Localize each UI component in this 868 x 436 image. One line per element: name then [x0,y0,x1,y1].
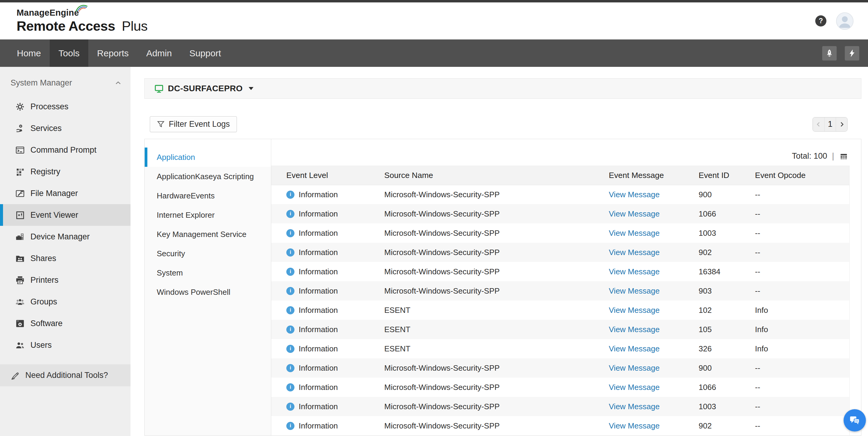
log-type-item[interactable]: Security [145,244,271,263]
column-chooser-button[interactable] [839,153,848,161]
nav-tab[interactable]: Home [8,39,50,67]
log-type-item[interactable]: Key Management Service [145,225,271,244]
source-name: Microsoft-Windows-Security-SPP [384,358,609,377]
sidebar-item[interactable]: Device Manager [0,226,130,247]
device-selector[interactable]: DC-SURFACEPRO [144,78,861,99]
sidebar-item[interactable]: Groups [0,291,130,312]
sidebar-item[interactable]: Software [0,312,130,334]
event-level: Information [299,402,338,411]
view-message-link[interactable]: View Message [609,325,660,334]
main-nav: Home Tools Reports Admin Support [0,39,868,67]
event-opcode: Info [755,320,849,339]
event-level: Information [299,267,338,276]
nav-tab[interactable]: Tools [50,39,88,67]
sidebar-item-label: Groups [30,297,57,306]
log-type-item[interactable]: Windows PowerShell [145,282,271,302]
rocket-button[interactable] [822,46,837,61]
event-level: Information [299,421,338,431]
user-avatar[interactable] [836,12,854,30]
view-message-link[interactable]: View Message [609,306,660,315]
sidebar-section-system-manager[interactable]: System Manager [0,67,130,88]
main-content: DC-SURFACEPRO Filter Event Logs [130,67,868,436]
event-level: Information [299,287,338,296]
chat-button[interactable] [844,409,866,432]
log-type-label: System [157,268,183,278]
sidebar-item[interactable]: Registry [0,161,130,182]
view-message-link[interactable]: View Message [609,209,660,218]
view-message-link[interactable]: View Message [609,402,660,411]
nav-tab-label: Support [189,48,221,59]
nav-tab[interactable]: Reports [88,39,137,67]
event-id: 1003 [699,397,755,416]
chevron-left-icon [815,121,822,128]
sidebar-item[interactable]: File Manager [0,182,130,204]
view-message-link[interactable]: View Message [609,344,660,353]
logo-swoosh-icon [75,4,88,12]
sidebar-item[interactable]: Shares [0,247,130,269]
table-header-row: Event Level Source Name Event Message Ev… [271,166,849,185]
event-opcode: -- [755,358,849,377]
log-type-item[interactable]: Application [145,147,271,167]
nav-tab[interactable]: Admin [137,39,181,67]
software-icon [15,318,25,329]
chevron-right-icon [838,121,845,128]
prev-page-button[interactable] [813,118,824,131]
view-message-link[interactable]: View Message [609,421,660,430]
printers-icon [15,275,25,285]
brand-logo: ManageEngine Remote Access Plus [17,8,148,34]
event-id: 900 [699,358,755,377]
nav-tab-label: Admin [146,48,172,59]
sidebar-item[interactable]: Processes [0,96,130,118]
event-id: 1003 [699,224,755,243]
nav-tab[interactable]: Support [181,39,230,67]
event-level: Information [299,190,338,199]
sidebar-item[interactable]: Users [0,334,130,356]
column-header: Source Name [384,166,609,185]
event-row: i Information Microsoft-Windows-Security… [271,224,849,243]
sidebar-item[interactable]: Printers [0,269,130,291]
rocket-icon [825,49,834,58]
view-message-link[interactable]: View Message [609,190,660,199]
sidebar-item[interactable]: Command Prompt [0,139,130,161]
current-page[interactable]: 1 [824,118,836,131]
information-icon: i [286,422,294,430]
view-message-link[interactable]: View Message [609,287,660,295]
view-message-link[interactable]: View Message [609,248,660,257]
log-type-item[interactable]: Internet Explorer [145,205,271,225]
event-id: 902 [699,416,755,435]
event-opcode: -- [755,377,849,397]
lightning-icon [847,49,857,58]
log-type-item[interactable]: HardwareEvents [145,186,271,205]
event-id: 1066 [699,204,755,224]
services-icon [15,124,25,133]
sidebar-item-label: Users [30,340,52,350]
column-header: Event Level [271,166,384,185]
log-type-item[interactable]: ApplicationKaseya Scripting [145,167,271,186]
flash-button[interactable] [845,46,859,61]
source-name: ESENT [384,301,609,320]
column-header: Event ID [699,166,755,185]
event-id: 902 [699,243,755,262]
information-icon: i [286,364,294,372]
need-additional-tools[interactable]: Need Additional Tools? [0,364,130,386]
view-message-link[interactable]: View Message [609,229,660,238]
sidebar-item[interactable]: Event Viewer [0,204,130,226]
caret-down-icon [249,87,253,90]
event-level: Information [299,248,338,257]
need-tools-label: Need Additional Tools? [25,371,108,380]
help-button[interactable]: ? [815,15,827,27]
filter-event-logs-button[interactable]: Filter Event Logs [150,116,237,132]
sidebar-item[interactable]: Services [0,118,130,139]
event-id: 903 [699,281,755,301]
log-type-item[interactable]: System [145,263,271,282]
source-name: Microsoft-Windows-Security-SPP [384,281,609,301]
source-name: Microsoft-Windows-Security-SPP [384,224,609,243]
column-header: Event Opcode [755,166,849,185]
view-message-link[interactable]: View Message [609,267,660,276]
event-opcode: Info [755,301,849,320]
event-log-table: Event Level Source Name Event Message Ev… [271,166,849,436]
view-message-link[interactable]: View Message [609,383,660,392]
view-message-link[interactable]: View Message [609,363,660,372]
next-page-button[interactable] [836,118,847,131]
log-type-label: HardwareEvents [157,191,215,201]
